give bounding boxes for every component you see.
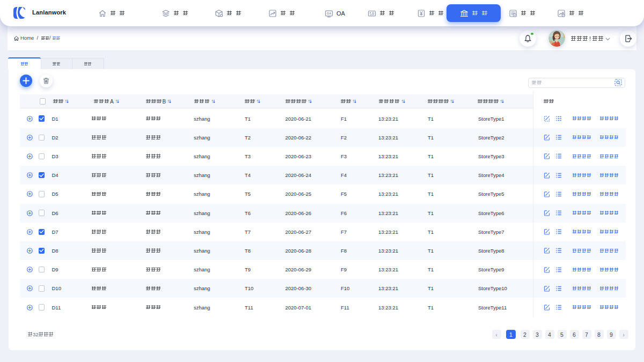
svg-text:OA: OA	[327, 12, 331, 15]
